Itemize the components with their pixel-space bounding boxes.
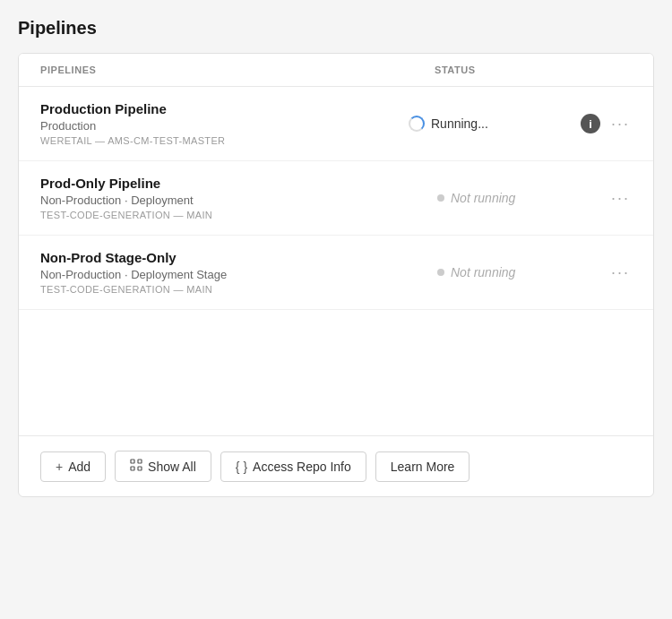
table-row: Non-Prod Stage-Only Non-Production · Dep… — [19, 236, 653, 310]
page-title: Pipelines — [18, 18, 654, 39]
status-not-running: Not running — [437, 265, 515, 279]
code-icon: { } — [236, 460, 247, 474]
more-options-button[interactable]: ··· — [609, 190, 632, 206]
card-footer: + Add Show All { } Access Repo Info Lear… — [19, 435, 653, 496]
svg-rect-1 — [138, 460, 142, 463]
status-label: Not running — [451, 191, 515, 205]
col-pipelines-header: PIPELINES — [40, 64, 435, 75]
more-options-button[interactable]: ··· — [609, 264, 632, 280]
pipeline-status: Running... — [409, 116, 570, 132]
status-label: Not running — [451, 265, 515, 279]
info-button[interactable]: i — [581, 114, 600, 133]
pipeline-name: Prod-Only Pipeline — [40, 176, 437, 191]
pipeline-name: Production Pipeline — [40, 101, 409, 116]
plus-icon: + — [56, 460, 63, 474]
col-status-header: STATUS — [435, 64, 632, 75]
pipeline-name: Non-Prod Stage-Only — [40, 250, 437, 265]
svg-rect-2 — [131, 467, 134, 470]
grid-icon — [130, 459, 142, 474]
pipeline-actions: ··· — [609, 190, 632, 206]
pipeline-info: Non-Prod Stage-Only Non-Production · Dep… — [40, 250, 437, 295]
access-repo-label: Access Repo Info — [253, 460, 351, 474]
learn-more-label: Learn More — [391, 460, 455, 474]
add-button[interactable]: + Add — [40, 451, 106, 482]
dot-icon — [437, 269, 444, 276]
spinner-icon — [409, 116, 425, 132]
pipeline-info: Production Pipeline Production WERETAIL … — [40, 101, 409, 146]
add-label: Add — [68, 460, 90, 474]
pipeline-actions: ··· — [609, 264, 632, 280]
pipeline-meta: Non-Production · Deployment Stage — [40, 268, 437, 281]
status-running: Running... — [409, 116, 488, 132]
pipeline-meta: Production — [40, 119, 409, 133]
show-all-label: Show All — [148, 460, 196, 474]
status-label: Running... — [431, 116, 488, 131]
svg-rect-0 — [131, 460, 134, 463]
pipeline-repo: TEST-CODE-GENERATION — MAIN — [40, 284, 437, 295]
spacer — [19, 310, 653, 382]
access-repo-button[interactable]: { } Access Repo Info — [220, 451, 366, 482]
table-header: PIPELINES STATUS — [19, 54, 653, 87]
pipeline-repo: WERETAIL — AMS-CM-TEST-MASTER — [40, 135, 409, 146]
show-all-button[interactable]: Show All — [115, 451, 211, 482]
svg-rect-3 — [138, 467, 142, 470]
pipeline-meta: Non-Production · Deployment — [40, 193, 437, 207]
dot-icon — [437, 194, 444, 202]
pipeline-info: Prod-Only Pipeline Non-Production · Depl… — [40, 176, 437, 220]
table-row: Prod-Only Pipeline Non-Production · Depl… — [19, 161, 653, 236]
pipeline-status: Not running — [437, 265, 599, 279]
pipeline-status: Not running — [437, 191, 599, 205]
pipelines-card: PIPELINES STATUS Production Pipeline Pro… — [18, 53, 654, 497]
pipeline-repo: TEST-CODE-GENERATION — MAIN — [40, 210, 437, 220]
table-row: Production Pipeline Production WERETAIL … — [19, 87, 653, 161]
status-not-running: Not running — [437, 191, 515, 205]
learn-more-button[interactable]: Learn More — [375, 451, 470, 482]
pipeline-actions: i ··· — [581, 114, 632, 133]
more-options-button[interactable]: ··· — [609, 116, 632, 132]
